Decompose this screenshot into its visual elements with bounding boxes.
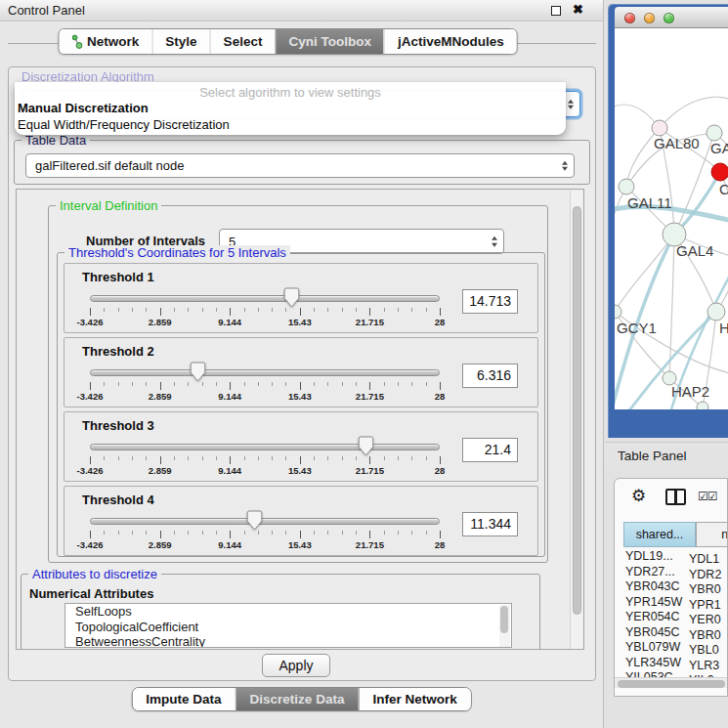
combo-stepper-icon[interactable] (568, 99, 574, 109)
tab-network[interactable]: Network (59, 29, 151, 54)
table-row[interactable]: YBR045CYBR0 (615, 625, 728, 641)
table-row[interactable]: YBR043CYBR0 (615, 579, 728, 595)
network-node[interactable] (619, 179, 634, 194)
vertical-scrollbar-thumb[interactable] (573, 206, 581, 615)
threshold-value-field[interactable]: 14.713 (462, 289, 518, 314)
list-item[interactable]: TopologicalCoefficient (65, 620, 511, 635)
vertical-scrollbar[interactable] (570, 191, 582, 650)
tick-label: 9.144 (218, 465, 241, 476)
tab-select[interactable]: Select (210, 29, 276, 54)
table-panel-title: Table Panel (618, 449, 687, 463)
column-header-shared[interactable]: shared... (623, 522, 696, 547)
minimize-traffic-light[interactable] (644, 13, 655, 23)
combo-stepper-icon[interactable] (562, 160, 568, 171)
tab-cyni-toolbox[interactable]: Cyni Toolbox (275, 29, 384, 54)
tab-label: Select (224, 34, 263, 49)
network-node[interactable] (707, 303, 725, 321)
tick-mark (244, 308, 245, 312)
tick-mark (411, 308, 412, 312)
network-node[interactable] (697, 402, 708, 409)
cell-name: YBR0 (685, 582, 721, 596)
table-data-value: galFiltered.sif default node (35, 158, 184, 173)
tick-mark (188, 531, 189, 535)
table-row[interactable]: YBL079WYBL0 (615, 640, 728, 656)
tick-label: 28 (435, 317, 446, 327)
network-node[interactable] (711, 163, 728, 181)
cell-shared-name: YBR045C (615, 625, 685, 639)
horizontal-scrollbar-thumb[interactable] (618, 680, 725, 688)
apply-button[interactable]: Apply (262, 654, 330, 677)
slider-handle[interactable] (190, 362, 206, 382)
tick-mark (356, 382, 357, 386)
list-item[interactable]: BetweennessCentrality (65, 634, 511, 648)
dropdown-option-manual[interactable]: Manual Discretization (15, 101, 566, 117)
tick-mark (314, 382, 315, 386)
table-row[interactable]: YDR27...YDR2 (615, 565, 728, 580)
close-icon[interactable]: ✖ (573, 2, 583, 17)
tick-mark (314, 308, 315, 312)
network-node[interactable] (652, 120, 667, 136)
horizontal-scrollbar[interactable] (615, 677, 727, 688)
list-scrollbar-thumb[interactable] (500, 606, 508, 633)
tab-impute-data[interactable]: Impute Data (132, 688, 235, 710)
threshold-panel: Threshold 2 -3.4262.8599.14415.4321.7152… (64, 337, 538, 407)
list-item[interactable]: SelfLoops (65, 604, 511, 620)
slider-track[interactable] (90, 295, 440, 302)
slider-track[interactable] (90, 518, 440, 525)
table-row[interactable]: YDL19...YDL1 (615, 549, 728, 565)
table-row[interactable]: YER054CYER0 (615, 610, 728, 625)
slider-handle[interactable] (358, 436, 374, 456)
slider-track[interactable] (90, 444, 440, 450)
close-traffic-light[interactable] (624, 13, 635, 23)
combo-stepper-icon[interactable] (492, 236, 497, 247)
checkbox-icons[interactable]: ☑☑ (698, 490, 717, 503)
tab-style[interactable]: Style (151, 29, 209, 54)
column-header-name[interactable]: name (696, 522, 728, 547)
tick-mark (188, 382, 189, 386)
threshold-slider[interactable]: -3.4262.8599.14415.4321.71528 (90, 500, 440, 555)
tick-mark (300, 456, 301, 464)
list-scrollbar[interactable] (499, 605, 510, 648)
dropdown-option-equal-width[interactable]: Equal Width/Frequency Discretization (15, 117, 566, 134)
tab-infer-network[interactable]: Infer Network (358, 688, 470, 710)
threshold-value-field[interactable]: 6.316 (462, 364, 518, 388)
gear-icon[interactable]: ⚙ (631, 486, 646, 506)
threshold-slider[interactable]: -3.4262.8599.14415.4321.71528 (90, 278, 440, 332)
slider-handle[interactable] (246, 510, 263, 531)
tick-mark (426, 456, 427, 460)
tick-mark (146, 456, 147, 460)
tick-mark (272, 531, 273, 535)
tab-discretize-data[interactable]: Discretize Data (236, 688, 359, 710)
node-label: H (719, 320, 728, 336)
tick-label: 9.144 (218, 317, 241, 327)
tick-mark (384, 456, 385, 460)
slider-ticks (90, 455, 440, 464)
table-data-group-title: Table Data (21, 133, 90, 148)
slider-track[interactable] (90, 369, 440, 376)
tick-mark (327, 531, 328, 535)
network-canvas[interactable]: GAL80GACGAL11GAL4GCY1HHAP2 (615, 28, 728, 409)
numerical-attributes-list[interactable]: SelfLoopsTopologicalCoefficientBetweenne… (64, 603, 512, 648)
table-row[interactable]: YLR345WYLR3 (615, 656, 728, 671)
slider-ticks (90, 530, 440, 538)
slider-handle[interactable] (283, 287, 300, 308)
network-node[interactable] (707, 125, 722, 141)
split-view-icon[interactable] (665, 489, 686, 505)
threshold-value-field[interactable]: 21.4 (462, 438, 518, 462)
tab-jactivemnodules[interactable]: jActiveMNodules (384, 29, 517, 54)
float-window-icon[interactable] (551, 6, 561, 16)
tick-mark (160, 531, 161, 538)
network-edge[interactable] (660, 97, 728, 128)
tick-mark (285, 382, 286, 386)
table-data-combobox[interactable]: galFiltered.sif default node (25, 153, 575, 178)
zoom-traffic-light[interactable] (664, 13, 674, 23)
network-graph[interactable]: GAL80GACGAL11GAL4GCY1HHAP2 (615, 28, 728, 409)
table-row[interactable]: YPR145WYPR1 (615, 595, 728, 611)
network-window-titlebar[interactable] (615, 7, 728, 28)
dropdown-placeholder: Select algorithm to view settings (15, 84, 566, 101)
threshold-slider[interactable]: -3.4262.8599.14415.4321.71528 (90, 352, 440, 407)
threshold-value-field[interactable]: 11.344 (462, 512, 518, 536)
node-label: GCY1 (617, 320, 657, 336)
threshold-slider[interactable]: -3.4262.8599.14415.4321.71528 (90, 426, 440, 481)
network-view-window[interactable]: GAL80GACGAL11GAL4GCY1HHAP2 (608, 4, 728, 438)
